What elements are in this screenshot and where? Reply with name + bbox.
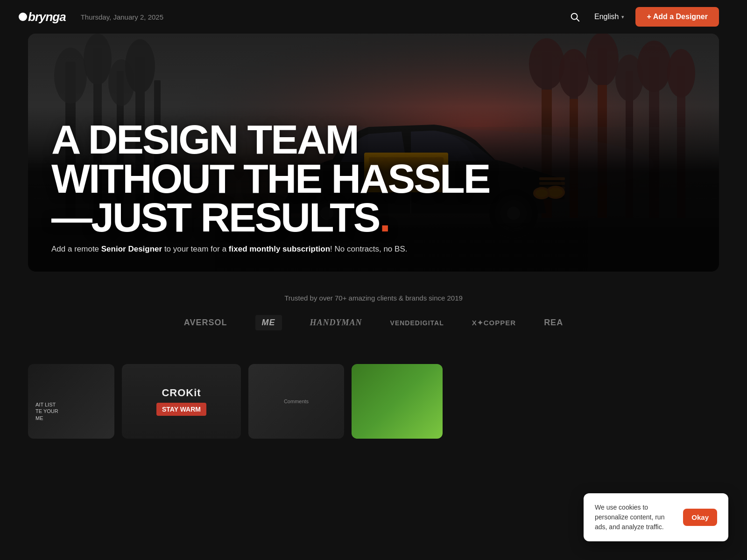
svg-line-1 bbox=[577, 19, 579, 21]
brand-handyman: HandyMan bbox=[310, 318, 362, 328]
hero-headline: A Design Team Without the Hassle —Just R… bbox=[51, 120, 696, 237]
thumb-crok-label: CROKit bbox=[162, 387, 201, 399]
search-button[interactable] bbox=[566, 8, 583, 25]
brand-rea: REA bbox=[544, 318, 563, 328]
language-selector[interactable]: English ▾ bbox=[594, 13, 624, 21]
portfolio-thumb-3[interactable]: Comments bbox=[248, 364, 344, 439]
svg-point-24 bbox=[637, 41, 671, 92]
headline-line3: —Just Results. bbox=[51, 194, 389, 240]
cookie-banner: We use cookies to personalize content, r… bbox=[584, 493, 728, 541]
svg-point-13 bbox=[125, 39, 155, 93]
svg-point-11 bbox=[84, 34, 112, 85]
add-designer-button[interactable]: + Add a Designer bbox=[635, 7, 719, 27]
brand-me: ME bbox=[255, 315, 282, 330]
hero-section: A Design Team Without the Hassle —Just R… bbox=[0, 34, 747, 272]
brands-row: AVERSOL ME HandyMan vendedigital X✦COPPE… bbox=[28, 315, 719, 330]
header-left: brynga Thursday, January 2, 2025 bbox=[28, 10, 163, 24]
cookie-text: We use cookies to personalize content, r… bbox=[595, 503, 676, 532]
header: brynga Thursday, January 2, 2025 English… bbox=[0, 0, 747, 34]
header-date: Thursday, January 2, 2025 bbox=[81, 13, 163, 21]
trusted-label: Trusted by over 70+ amazing clients & br… bbox=[28, 294, 719, 302]
headline-dot: . bbox=[380, 194, 389, 240]
svg-point-25 bbox=[667, 49, 695, 98]
logo[interactable]: brynga bbox=[28, 10, 66, 24]
search-icon bbox=[570, 12, 580, 22]
thumb-stay-warm: STAY WARM bbox=[156, 403, 206, 416]
svg-point-10 bbox=[54, 48, 87, 104]
brand-copper: X✦COPPER bbox=[472, 319, 516, 327]
hero-content: A Design Team Without the Hassle —Just R… bbox=[28, 106, 719, 272]
hero-subtext: Add a remote Senior Designer to your tea… bbox=[51, 245, 696, 254]
portfolio-thumb-1[interactable]: AIT LISTTE YOURME bbox=[28, 364, 114, 439]
hero-image: A Design Team Without the Hassle —Just R… bbox=[28, 34, 719, 272]
svg-point-21 bbox=[559, 49, 589, 98]
portfolio-section: AIT LISTTE YOURME CROKit STAY WARM Comme… bbox=[0, 345, 747, 439]
thumb-waitlist-text: AIT LISTTE YOURME bbox=[35, 401, 58, 421]
portfolio-thumb-2[interactable]: CROKit STAY WARM bbox=[122, 364, 241, 439]
language-label: English bbox=[594, 13, 619, 21]
portfolio-thumb-4[interactable] bbox=[352, 364, 443, 439]
thumb-comments-label: Comments bbox=[278, 393, 314, 410]
brand-aversol: AVERSOL bbox=[184, 318, 227, 328]
trusted-section: Trusted by over 70+ amazing clients & br… bbox=[0, 272, 747, 345]
svg-point-20 bbox=[529, 38, 564, 90]
chevron-down-icon: ▾ bbox=[621, 14, 624, 20]
header-right: English ▾ + Add a Designer bbox=[566, 7, 719, 27]
sidebar-indicator bbox=[19, 13, 27, 21]
svg-point-22 bbox=[586, 34, 619, 86]
brand-vende: vendedigital bbox=[390, 319, 444, 327]
cookie-okay-button[interactable]: Okay bbox=[683, 509, 717, 526]
